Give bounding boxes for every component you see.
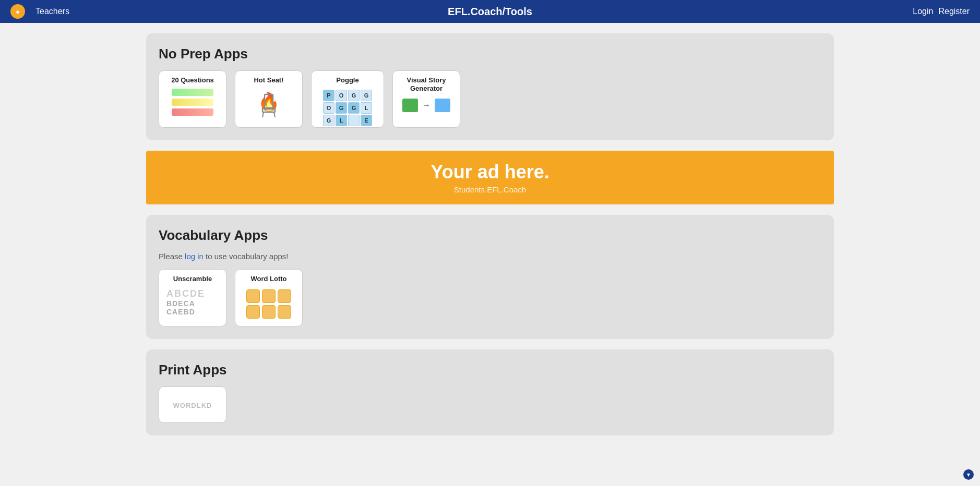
app-hot-seat[interactable]: Hot Seat! 🔥 — [235, 70, 303, 128]
poggle-cell: G — [348, 90, 360, 101]
register-link[interactable]: Register — [938, 7, 970, 16]
vsg-green-box — [402, 99, 418, 112]
twenty-questions-label: 20 Questions — [171, 76, 214, 84]
poggle-cell: G — [361, 90, 372, 101]
vocab-title: Vocabulary Apps — [159, 227, 821, 244]
poggle-grid: P O G G O G G L G L E — [323, 90, 372, 126]
svg-rect-1 — [262, 108, 275, 112]
vocab-subtitle-before: Please — [159, 252, 185, 261]
svg-line-2 — [262, 112, 264, 117]
vsg-label: Visual Story Generator — [397, 76, 456, 92]
poggle-cell: L — [361, 102, 372, 114]
app-wordlkd[interactable]: WORDLKD — [159, 386, 226, 423]
wordlkd-label: WORDLKD — [173, 402, 212, 409]
app-visual-story-generator[interactable]: Visual Story Generator → — [392, 70, 460, 128]
lotto-cell — [246, 289, 260, 303]
ad-title: Your ad here. — [157, 161, 823, 183]
chair-svg — [258, 92, 279, 118]
word-lotto-label: Word Lotto — [250, 275, 286, 283]
print-title: Print Apps — [159, 362, 821, 378]
vsg-visual: → — [402, 99, 450, 112]
unscramble-label: Unscramble — [173, 275, 212, 283]
unscramble-row-1: BDECA — [166, 299, 195, 308]
no-prep-title: No Prep Apps — [159, 46, 821, 62]
svg-rect-0 — [265, 94, 273, 109]
hot-seat-label: Hot Seat! — [254, 76, 283, 84]
poggle-cell: E — [361, 115, 372, 126]
bar-red — [172, 108, 213, 116]
site-title: EFL.Coach/Tools — [448, 6, 532, 18]
scroll-down-indicator — [963, 469, 974, 480]
poggle-cell: O — [323, 102, 334, 114]
lotto-cell — [278, 289, 291, 303]
vsg-blue-box — [435, 99, 450, 112]
lotto-cell — [262, 305, 276, 319]
print-section: Print Apps WORDLKD — [146, 349, 834, 435]
poggle-cell: L — [336, 115, 347, 126]
teachers-nav[interactable]: Teachers — [35, 7, 69, 16]
app-word-lotto[interactable]: Word Lotto — [235, 269, 303, 326]
auth-nav: Login Register — [913, 7, 970, 16]
ad-banner[interactable]: Your ad here. Students.EFL.Coach — [146, 151, 834, 204]
vocab-subtitle: Please log in to use vocabulary apps! — [159, 252, 821, 261]
print-apps-grid: WORDLKD — [159, 386, 821, 423]
login-link[interactable]: Login — [913, 7, 933, 16]
hot-seat-visual: 🔥 — [250, 89, 287, 123]
poggle-label: Poggle — [336, 76, 358, 84]
main-header: ● Teachers EFL.Coach/Tools Login Registe… — [0, 0, 980, 23]
vocabulary-section: Vocabulary Apps Please log in to use voc… — [146, 215, 834, 339]
app-poggle[interactable]: Poggle P O G G O G G L G L E — [311, 70, 384, 128]
lotto-cell — [262, 289, 276, 303]
app-unscramble[interactable]: Unscramble ABCDE BDECA CAEBD — [159, 269, 226, 326]
vsg-arrow-icon: → — [422, 101, 431, 110]
unscramble-visual: ABCDE BDECA CAEBD — [163, 288, 222, 316]
twenty-q-visual — [172, 89, 213, 116]
vocab-subtitle-after: to use vocabulary apps! — [204, 252, 289, 261]
poggle-cell: O — [336, 90, 347, 101]
no-prep-section: No Prep Apps 20 Questions Hot Seat! 🔥 — [146, 33, 834, 140]
word-lotto-grid — [246, 289, 291, 319]
vocab-apps-grid: Unscramble ABCDE BDECA CAEBD Word Lotto — [159, 269, 821, 326]
ad-subtitle: Students.EFL.Coach — [157, 185, 823, 194]
no-prep-apps-grid: 20 Questions Hot Seat! 🔥 — [159, 70, 821, 128]
vocab-login-link[interactable]: log in — [185, 252, 204, 261]
poggle-cell: G — [336, 102, 347, 114]
bar-green — [172, 89, 213, 96]
poggle-cell — [348, 115, 360, 126]
bar-yellow — [172, 99, 213, 106]
unscramble-row-2: CAEBD — [166, 308, 195, 316]
unscramble-top-row: ABCDE — [166, 288, 205, 299]
app-twenty-questions[interactable]: 20 Questions — [159, 70, 226, 128]
poggle-cell: G — [323, 115, 334, 126]
lotto-cell — [246, 305, 260, 319]
poggle-cell: G — [348, 102, 360, 114]
lotto-cell — [278, 305, 291, 319]
efl-logo: ● — [10, 4, 25, 19]
poggle-cell: P — [323, 90, 334, 101]
svg-line-3 — [274, 112, 275, 117]
